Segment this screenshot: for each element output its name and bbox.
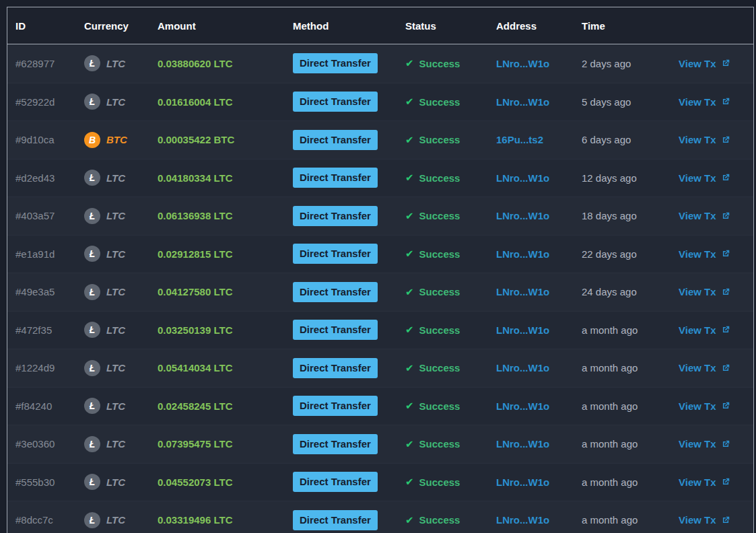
actions-cell: View Tx [671,476,753,488]
amount-value: 0.05414034 LTC [149,362,285,374]
view-tx-label: View Tx [679,134,716,145]
method-badge: Direct Transfer [293,320,378,340]
currency-label: LTC [106,476,125,488]
method-cell: Direct Transfer [285,396,397,416]
currency-label: LTC [106,286,125,297]
view-tx-label: View Tx [679,514,716,526]
view-tx-link[interactable]: View Tx [679,96,730,108]
table-row: #9d10ca B BTC 0.00035422 BTC Direct Tran… [7,120,753,159]
view-tx-link[interactable]: View Tx [679,438,730,450]
currency-label: LTC [106,324,125,336]
address-link[interactable]: LNro...W1o [496,58,549,69]
ltc-coin-icon: Ł [84,55,100,71]
address-link[interactable]: LNro...W1o [496,96,549,108]
amount-value: 0.06136938 LTC [149,210,285,221]
view-tx-link[interactable]: View Tx [679,286,730,297]
header-amount: Amount [149,20,285,32]
address-link[interactable]: LNro...W1o [496,362,549,374]
address-link[interactable]: LNro...W1o [496,324,549,336]
status-cell: ✔ Success [397,248,488,260]
view-tx-label: View Tx [679,362,716,374]
view-tx-link[interactable]: View Tx [679,400,730,412]
external-link-icon [721,97,730,106]
success-check-icon: ✔ [405,438,414,450]
actions-cell: View Tx [671,514,753,526]
status-text: Success [419,134,460,145]
view-tx-label: View Tx [679,210,716,221]
status-text: Success [419,400,460,412]
view-tx-link[interactable]: View Tx [679,514,730,526]
success-check-icon: ✔ [405,248,414,260]
actions-cell: View Tx [671,248,753,260]
transaction-id: #403a57 [7,210,76,221]
amount-value: 0.04127580 LTC [149,286,285,297]
table-row: #472f35 Ł LTC 0.03250139 LTC Direct Tran… [7,311,753,349]
address-link[interactable]: LNro...W1o [496,248,549,260]
address-link[interactable]: LNro...W1o [496,438,549,450]
view-tx-link[interactable]: View Tx [679,476,730,488]
method-cell: Direct Transfer [285,282,397,302]
actions-cell: View Tx [671,438,753,450]
time-value: a month ago [574,324,671,336]
method-cell: Direct Transfer [285,130,397,150]
ltc-coin-icon: Ł [84,284,100,300]
ltc-coin-icon: Ł [84,170,100,186]
view-tx-link[interactable]: View Tx [679,324,730,336]
amount-value: 0.07395475 LTC [149,438,285,450]
currency-label: LTC [106,248,125,260]
table-row: #d2ed43 Ł LTC 0.04180334 LTC Direct Tran… [7,159,753,197]
address-link[interactable]: LNro...W1o [496,514,549,526]
view-tx-label: View Tx [679,96,716,108]
view-tx-link[interactable]: View Tx [679,362,730,374]
success-check-icon: ✔ [405,96,414,108]
currency-label: LTC [106,96,125,108]
actions-cell: View Tx [671,172,753,184]
status-cell: ✔ Success [397,134,488,146]
method-badge: Direct Transfer [293,244,378,264]
method-cell: Direct Transfer [285,168,397,188]
address-link[interactable]: LNro...W1o [496,400,549,412]
actions-cell: View Tx [671,400,753,412]
address-link[interactable]: LNro...W1o [496,476,549,488]
address-cell: 16Pu...ts2 [488,134,574,145]
view-tx-link[interactable]: View Tx [679,248,730,260]
time-value: 2 days ago [574,58,671,69]
transaction-id: #52922d [7,96,76,108]
view-tx-link[interactable]: View Tx [679,210,730,221]
address-link[interactable]: 16Pu...ts2 [496,134,543,145]
address-link[interactable]: LNro...W1o [496,286,549,297]
view-tx-link[interactable]: View Tx [679,172,730,184]
view-tx-label: View Tx [679,286,716,297]
amount-value: 0.03250139 LTC [149,324,285,336]
currency-cell: Ł LTC [76,474,149,490]
currency-label: LTC [106,438,125,450]
amount-value: 0.04552073 LTC [149,476,285,488]
view-tx-link[interactable]: View Tx [679,134,730,145]
currency-cell: Ł LTC [76,436,149,452]
actions-cell: View Tx [671,58,753,69]
view-tx-label: View Tx [679,400,716,412]
external-link-icon [721,439,730,449]
transaction-id: #e1a91d [7,248,76,260]
external-link-icon [721,173,730,182]
address-cell: LNro...W1o [488,514,574,526]
external-link-icon [721,516,730,525]
actions-cell: View Tx [671,362,753,374]
status-text: Success [419,362,460,374]
ltc-coin-icon: Ł [84,360,100,376]
view-tx-link[interactable]: View Tx [679,58,730,69]
currency-cell: Ł LTC [76,360,149,376]
method-badge: Direct Transfer [293,396,378,416]
address-cell: LNro...W1o [488,96,574,108]
address-cell: LNro...W1o [488,400,574,412]
status-text: Success [419,58,460,69]
amount-value: 0.00035422 BTC [149,134,285,145]
status-text: Success [419,476,460,488]
method-cell: Direct Transfer [285,358,397,378]
status-cell: ✔ Success [397,57,488,69]
external-link-icon [721,287,730,297]
address-link[interactable]: LNro...W1o [496,172,549,184]
address-link[interactable]: LNro...W1o [496,210,549,221]
time-value: a month ago [574,476,671,488]
status-cell: ✔ Success [397,324,488,336]
